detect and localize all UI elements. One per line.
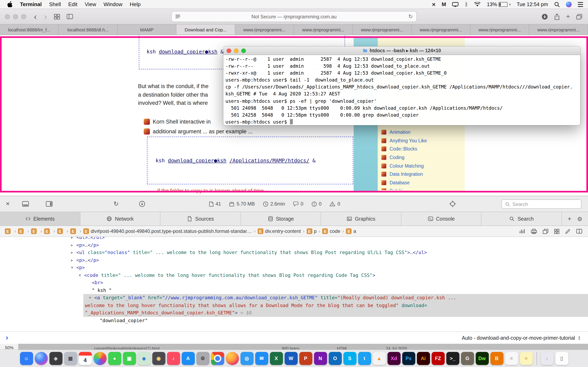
close-window-button[interactable] <box>5 14 10 19</box>
category-link[interactable]: Animation <box>389 130 410 135</box>
category-link[interactable]: Colour Matching <box>389 163 424 168</box>
dom-node[interactable]: ▶<p>…</p> <box>0 256 588 264</box>
app-store-icon[interactable]: A <box>182 352 195 365</box>
quick-console-bar[interactable]: › Auto - download-and-copy-or-move-prime… <box>0 332 588 344</box>
skype-icon[interactable]: S <box>343 352 356 365</box>
disclosure-open-icon[interactable]: ▼ <box>71 264 76 271</box>
downloads-icon[interactable]: ↓ <box>540 352 553 365</box>
dom-node[interactable]: welcome to the long hover functionality … <box>83 301 588 309</box>
execution-context-selector[interactable]: Auto - download-and-copy-or-move-primer-… <box>462 335 588 341</box>
inspector-tab-search[interactable]: Search <box>482 212 562 225</box>
zoom-window-button[interactable] <box>241 48 246 53</box>
breadcrumb-item[interactable]: Ea <box>346 228 356 234</box>
powerpoint-icon[interactable]: P <box>299 352 312 365</box>
inspector-tab-console[interactable]: Console <box>401 212 482 225</box>
back-button[interactable]: ‹ <box>30 12 40 21</box>
messages-icon[interactable]: ● <box>108 352 121 365</box>
safari-tab-0[interactable]: localhost:8888/lm_f... <box>0 25 59 35</box>
terminal-window[interactable]: htdocs — -bash ▸ ksh — 124×10 -rw-r--r--… <box>223 47 580 125</box>
breadcrumb-item[interactable]: E <box>18 228 25 234</box>
menu-shell[interactable]: Shell <box>49 1 61 7</box>
dock-bottom-icon[interactable] <box>22 201 29 207</box>
resource-count[interactable]: 41 <box>209 201 221 207</box>
forward-button[interactable]: › <box>40 12 51 21</box>
error-count[interactable]: 0 <box>311 201 321 207</box>
menu-edit[interactable]: Edit <box>68 1 77 7</box>
bluetooth-icon[interactable]: ᛒ <box>465 1 468 7</box>
system-preferences-icon[interactable]: ⚙ <box>196 352 209 365</box>
dom-node[interactable]: ▼<p> <box>0 264 588 271</box>
spotlight-icon[interactable] <box>554 1 560 7</box>
dom-node[interactable]: "download_copier" <box>0 317 588 324</box>
category-link[interactable]: Database <box>389 180 410 185</box>
terminal-icon[interactable]: >_ <box>446 352 459 365</box>
inspector-tab-sources[interactable]: Sources <box>160 212 241 225</box>
siri-icon[interactable] <box>566 1 572 7</box>
copy-squares-icon[interactable] <box>543 229 548 234</box>
disclosure-open-icon[interactable]: ▼ <box>89 294 94 301</box>
disclosure-closed-icon[interactable]: ▶ <box>71 249 76 256</box>
htdocs-path-link[interactable]: /Applications/MAMP/htdocs/ <box>229 157 309 164</box>
category-link[interactable]: Anything You Like <box>389 138 427 143</box>
word-icon[interactable]: W <box>285 352 297 365</box>
category-link[interactable]: Code::Blocks <box>389 147 417 151</box>
show-all-tabs-icon[interactable] <box>576 14 582 19</box>
x11-status-icon[interactable]: × <box>432 1 436 8</box>
element-picker-icon[interactable] <box>449 200 456 207</box>
safari-icon[interactable]: ◎ <box>240 352 253 365</box>
disclosure-open-icon[interactable]: ▼ <box>79 271 84 279</box>
mail-icon[interactable]: ✉ <box>255 352 268 365</box>
facetime-icon[interactable]: ▣ <box>123 352 136 365</box>
calendar-icon[interactable]: 4 <box>79 352 92 365</box>
breadcrumb-item[interactable]: Ediv#post-49840.post-49840.post.type-pos… <box>83 228 252 234</box>
edit-pencil-icon[interactable] <box>565 229 571 234</box>
twitter-icon[interactable]: t <box>358 352 371 365</box>
reload-icon[interactable]: ↻ <box>113 200 119 208</box>
breadcrumb-item[interactable]: E <box>57 228 65 234</box>
safari-tab-8[interactable]: www.rjmprogrammi... <box>470 25 529 35</box>
dom-node[interactable]: ▶<ul class="noclass" title=" ... welcome… <box>0 249 588 256</box>
gear-icon[interactable]: ⚙ <box>577 216 582 222</box>
menu-window[interactable]: Window <box>104 1 122 7</box>
warning-count[interactable]: 0 <box>330 201 340 207</box>
active-app-name[interactable]: Terminal <box>20 1 42 7</box>
notification-center-icon[interactable] <box>578 2 583 7</box>
terminal-body[interactable]: -rw-r--r--@ 1 user admin 2587 4 Aug 12:5… <box>223 55 580 126</box>
filezilla-icon[interactable]: FZ <box>432 352 444 365</box>
safari-tab-7[interactable]: www.rjmprogrammi... <box>412 25 470 35</box>
download-copier-link[interactable]: download_copier●ksh <box>168 157 226 164</box>
share-icon[interactable] <box>554 13 560 20</box>
new-tab-button[interactable]: + <box>566 12 570 21</box>
wifi-icon[interactable] <box>474 2 481 7</box>
outlook-icon[interactable]: O <box>329 352 342 365</box>
address-bar[interactable]: Not Secure — rjmprogramming.com.au ↻ <box>171 11 417 22</box>
safari-tab-2[interactable]: MAMP <box>118 25 176 35</box>
category-link[interactable]: Coding <box>389 155 405 160</box>
breadcrumb-item[interactable]: Ep <box>306 228 316 234</box>
inspector-search-field[interactable]: Search <box>502 200 581 209</box>
textedit-icon[interactable]: ≡ <box>505 352 518 365</box>
inspector-tab-graphics[interactable]: Graphics <box>321 212 401 225</box>
firefox-icon[interactable] <box>226 352 239 365</box>
print-icon[interactable] <box>531 229 537 234</box>
finder-icon[interactable]: ☺ <box>20 352 33 365</box>
mamp-status-icon[interactable]: M <box>442 1 446 7</box>
dom-node[interactable]: ▶<p>…</p> <box>0 241 588 249</box>
breadcrumb-item[interactable]: E <box>31 228 38 234</box>
safari-tab-6[interactable]: www.rjmprogrammi... <box>353 25 412 35</box>
safari-tab-3[interactable]: Download and Cop... <box>176 25 235 35</box>
illustrator-icon[interactable]: Ai <box>417 352 430 365</box>
music-icon[interactable]: ♪ <box>167 352 180 365</box>
download-copier-link[interactable]: download_copier●ksh <box>159 49 217 55</box>
menu-bar-clock[interactable]: Tue 12:54 pm <box>517 1 548 7</box>
category-link[interactable]: Data Integration <box>389 172 423 177</box>
breadcrumb-item[interactable]: E <box>5 228 12 234</box>
launchpad-icon[interactable]: ◈ <box>49 352 62 365</box>
category-link[interactable]: Delphi <box>389 189 403 190</box>
battery-indicator[interactable]: 13% <box>487 1 511 7</box>
breadcrumb-item[interactable]: E <box>70 228 78 234</box>
disclosure-closed-icon[interactable]: ▶ <box>71 256 76 264</box>
safari-tab-1[interactable]: localhost:8888/dl.h... <box>59 25 118 35</box>
inspector-tab-storage[interactable]: Storage <box>241 212 321 225</box>
sidebar-icon[interactable] <box>67 14 73 19</box>
